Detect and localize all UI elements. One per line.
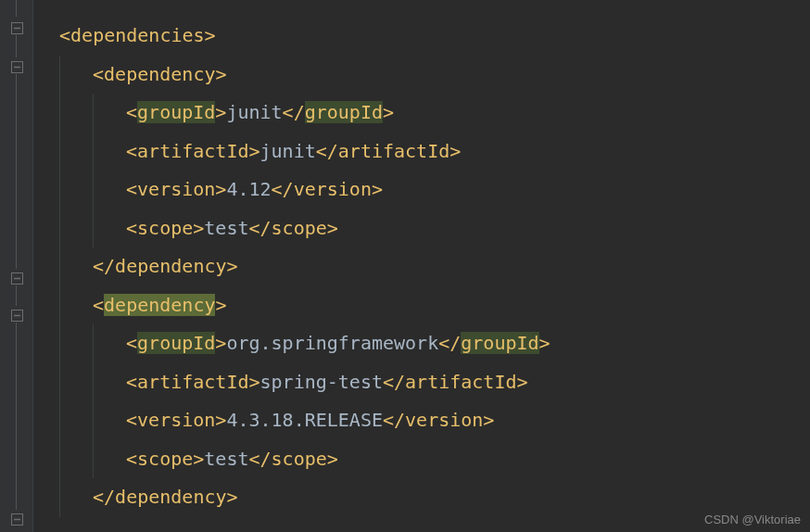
fold-icon[interactable]	[9, 512, 24, 526]
watermark: CSDN @Viktoriae	[704, 513, 801, 526]
gutter	[0, 0, 33, 532]
code-line: <scope>test</scope>	[59, 440, 551, 479]
code-line: <dependencies>	[59, 17, 551, 56]
code-editor: <dependencies> <dependency> <groupId>jun…	[0, 0, 810, 532]
code-line: <artifactId>junit</artifactId>	[59, 133, 551, 171]
code-line: </dependency>	[59, 247, 551, 286]
code-line: <dependency>	[59, 56, 551, 95]
code-line: <scope>test</scope>	[59, 209, 551, 248]
code-line: <groupId>junit</groupId>	[59, 94, 551, 133]
code-line: </dependency>	[59, 478, 551, 517]
fold-icon[interactable]	[9, 271, 24, 285]
code-area[interactable]: <dependencies> <dependency> <groupId>jun…	[33, 0, 551, 532]
code-line: <version>4.3.18.RELEASE</version>	[59, 401, 551, 440]
code-line: <groupId>org.springframework</groupId>	[59, 324, 551, 363]
code-line: <version>4.12</version>	[59, 171, 551, 209]
code-line: <artifactId>spring-test</artifactId>	[59, 363, 551, 402]
fold-icon[interactable]	[9, 308, 24, 323]
fold-icon[interactable]	[9, 20, 24, 35]
code-line: <dependency>	[59, 286, 551, 325]
fold-icon[interactable]	[9, 59, 24, 74]
